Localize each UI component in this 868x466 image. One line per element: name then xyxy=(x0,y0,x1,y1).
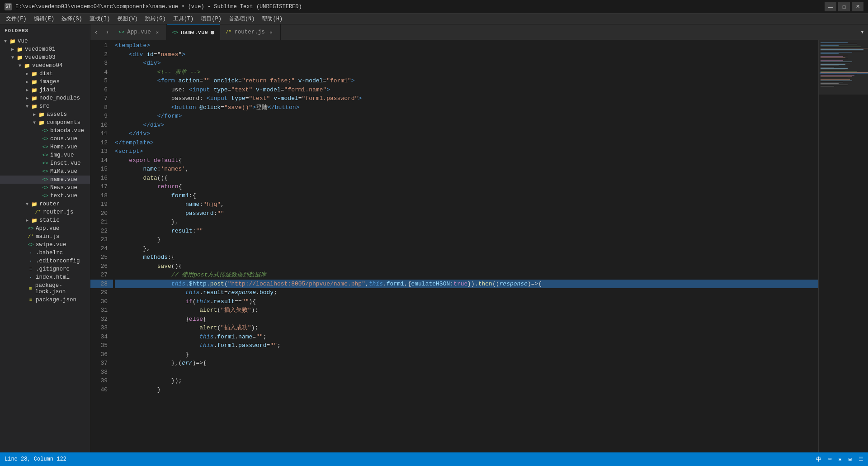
code-line-13: <script> xyxy=(115,147,818,156)
sidebar-item-package-lock[interactable]: ▶ ≡ package-lock.json xyxy=(0,281,90,296)
sidebar-item-static[interactable]: ▶ 📁 static xyxy=(0,216,90,224)
tab-nav-prev[interactable]: ‹ xyxy=(90,24,102,40)
menu-goto[interactable]: 跳转(G) xyxy=(142,14,170,24)
code-editor[interactable]: <template> <div id="names"> <div> <!-- 表… xyxy=(113,40,818,452)
code-line-20: password:"" xyxy=(115,209,818,218)
close-button[interactable]: ✕ xyxy=(852,2,863,11)
vue-file-icon: <> xyxy=(42,177,49,182)
sidebar-item-jiami[interactable]: ▶ 📁 jiami xyxy=(0,86,90,94)
tree-label: vue xyxy=(18,38,28,44)
arrow-icon: ▼ xyxy=(24,202,31,207)
tab-name-vue[interactable]: <> name.vue xyxy=(167,24,220,40)
code-line-38 xyxy=(115,368,818,377)
tree-label: router xyxy=(39,201,60,207)
tree-label: .babelrc xyxy=(36,250,63,256)
folder-icon: 📁 xyxy=(38,112,45,118)
tab-app-vue[interactable]: <> App.vue ✕ xyxy=(113,24,167,40)
tab-close-button[interactable]: ✕ xyxy=(268,29,275,36)
arrow-icon: ▶ xyxy=(24,266,27,272)
sidebar-item-node_modules[interactable]: ▶ 📁 node_modules xyxy=(0,94,90,102)
sidebar-item-dist[interactable]: ▶ 📁 dist xyxy=(0,70,90,78)
arrow-icon: ▶ xyxy=(31,112,38,117)
vue-file-icon: <> xyxy=(42,144,49,150)
menu-preferences[interactable]: 首选项(N) xyxy=(225,14,259,24)
sidebar-item-editorconfig[interactable]: ▶ · .editorconfig xyxy=(0,257,90,265)
tab-close-button[interactable]: ✕ xyxy=(154,29,161,36)
menu-help[interactable]: 帮助(H) xyxy=(258,14,286,24)
tab-label: name.vue xyxy=(181,29,208,36)
sidebar-item-assets[interactable]: ▶ 📁 assets xyxy=(0,110,90,119)
sidebar-item-cous[interactable]: ▶ <> cous.vue xyxy=(0,135,90,143)
menu-project[interactable]: 项目(P) xyxy=(197,14,225,24)
sidebar-item-index-html[interactable]: ▶ · index.html xyxy=(0,273,90,281)
code-line-37: },(err)=>{ xyxy=(115,359,818,368)
sidebar-item-inset[interactable]: ▶ <> Inset.vue xyxy=(0,159,90,167)
sidebar-item-swipe-vue[interactable]: ▶ <> swipe.vue xyxy=(0,241,90,249)
minimap-highlight xyxy=(819,40,868,95)
window-controls[interactable]: — □ ✕ xyxy=(825,2,863,11)
sidebar-item-name[interactable]: ▶ <> name.vue xyxy=(0,176,90,184)
code-line-24: }, xyxy=(115,244,818,253)
sidebar-title: FOLDERS xyxy=(0,24,90,37)
tree-label: images xyxy=(39,79,60,85)
menu-find[interactable]: 查找(I) xyxy=(86,14,114,24)
tab-router-js[interactable]: /* router.js ✕ xyxy=(220,24,281,40)
code-line-31: alert("插入失败"); xyxy=(115,306,818,315)
sidebar-item-components[interactable]: ▼ 📁 components xyxy=(0,119,90,127)
minimize-button[interactable]: — xyxy=(825,2,836,11)
json-file-icon: ≡ xyxy=(27,297,34,303)
sidebar-item-img[interactable]: ▶ <> img.vue xyxy=(0,151,90,159)
sidebar-item-router-js[interactable]: ▶ /* router.js xyxy=(0,208,90,216)
folder-icon: 📁 xyxy=(31,218,38,223)
status-lang-zh[interactable]: 中 xyxy=(816,456,821,463)
tree-label: swipe.vue xyxy=(36,242,66,248)
sidebar-item-gitignore[interactable]: ▶ ≡ .gitignore xyxy=(0,265,90,273)
code-line-3: <div> xyxy=(115,59,818,68)
sidebar-item-src[interactable]: ▼ 📁 src xyxy=(0,102,90,110)
sidebar-item-text[interactable]: ▶ <> text.vue xyxy=(0,192,90,200)
code-line-40: } xyxy=(115,385,818,395)
sidebar-item-home[interactable]: ▶ <> Home.vue xyxy=(0,143,90,151)
sidebar-item-vue[interactable]: ▼ 📁 vue xyxy=(0,37,90,45)
tree-label: text.vue xyxy=(50,193,77,199)
sidebar-item-vuedemo04[interactable]: ▼ 📁 vuedemo04 xyxy=(0,62,90,70)
tab-file-icon: <> xyxy=(172,30,178,35)
sidebar-item-app-vue[interactable]: ▶ <> App.vue xyxy=(0,224,90,233)
code-line-14: export default{ xyxy=(115,156,818,165)
tree-label: name.vue xyxy=(50,176,77,183)
status-keyboard[interactable]: ⌨ xyxy=(828,456,831,463)
sidebar-item-package[interactable]: ▶ ≡ package.json xyxy=(0,296,90,304)
vue-file-icon: <> xyxy=(27,226,34,231)
menu-select[interactable]: 选择(S) xyxy=(58,14,86,24)
tree-label: index.html xyxy=(36,274,70,281)
sidebar-item-vuedemo01[interactable]: ▶ 📁 vuedemo01 xyxy=(0,45,90,53)
tree-label: .editorconfig xyxy=(36,258,80,264)
arrow-icon: ▶ xyxy=(38,128,42,133)
status-lines[interactable]: ☰ xyxy=(859,456,863,463)
menu-edit[interactable]: 编辑(E) xyxy=(30,14,58,24)
vue-file-icon: <> xyxy=(42,152,49,158)
sidebar-item-router[interactable]: ▼ 📁 router xyxy=(0,200,90,208)
tab-nav-next[interactable]: › xyxy=(102,24,113,40)
sidebar-item-mima[interactable]: ▶ <> MiMa.vue xyxy=(0,167,90,176)
menu-tools[interactable]: 工具(T) xyxy=(170,14,198,24)
sidebar-item-vuedemo03[interactable]: ▼ 📁 vuedemo03 xyxy=(0,53,90,62)
menu-file[interactable]: 文件(F) xyxy=(2,14,30,24)
tab-dropdown-button[interactable]: ▾ xyxy=(857,24,868,40)
sidebar-item-babelrc[interactable]: ▶ · .babelrc xyxy=(0,249,90,257)
maximize-button[interactable]: □ xyxy=(838,2,850,11)
tree-label: vuedemo01 xyxy=(25,46,56,52)
sidebar-item-images[interactable]: ▶ 📁 images xyxy=(0,78,90,86)
tree-label: package.json xyxy=(36,297,76,303)
arrow-icon: ▶ xyxy=(24,250,27,256)
status-star[interactable]: ✱ xyxy=(839,456,842,463)
sidebar-item-news[interactable]: ▶ <> News.vue xyxy=(0,184,90,192)
code-line-9: </form> xyxy=(115,112,818,121)
arrow-icon: ▶ xyxy=(24,79,31,85)
code-line-29: this.result=response.body; xyxy=(115,288,818,297)
sidebar-item-main-js[interactable]: ▶ /* main.js xyxy=(0,233,90,241)
sidebar-item-biaoda[interactable]: ▶ <> biaoda.vue xyxy=(0,127,90,135)
status-grid[interactable]: ⊞ xyxy=(849,456,852,463)
arrow-icon: ▶ xyxy=(24,275,27,280)
menu-view[interactable]: 视图(V) xyxy=(113,14,142,24)
